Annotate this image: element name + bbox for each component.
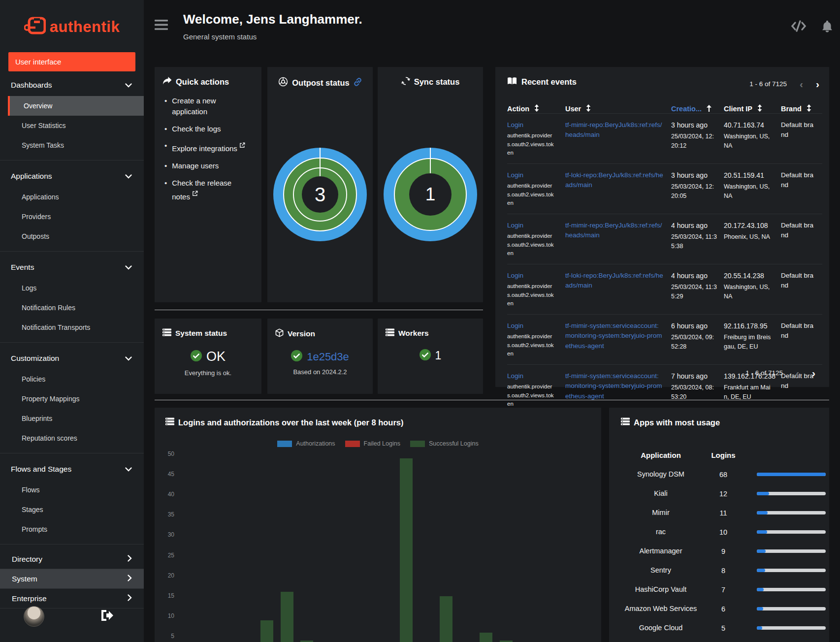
server-icon — [621, 417, 630, 427]
event-user-link[interactable]: tf-loki-repo:BeryJu/k8s:ref:refs/heads/m… — [565, 271, 664, 291]
event-time-ago: 3 hours ago — [671, 170, 717, 181]
event-user-link[interactable]: tf-mimir-repo:BeryJu/k8s:ref:refs/heads/… — [565, 221, 664, 241]
event-creation-cell: 6 hours ago25/03/2024, 09:52:28 — [671, 314, 724, 364]
sidebar-item-providers[interactable]: Providers — [0, 207, 144, 226]
column-header-creatio-[interactable]: Creatio... — [671, 104, 724, 113]
apps-usage-row: Alertmanager9 — [619, 542, 819, 561]
event-client-ip-cell: 40.71.163.74Washington, US, NA — [724, 113, 781, 163]
outpost-link-icon[interactable] — [354, 78, 362, 88]
sidebar-item-stages[interactable]: Stages — [0, 500, 144, 519]
page-prev-icon[interactable]: ‹ — [800, 79, 803, 89]
sidebar-item-prompts[interactable]: Prompts — [0, 519, 144, 539]
sidebar-item-system-tasks[interactable]: System Tasks — [0, 135, 144, 155]
nav-divider — [0, 342, 144, 343]
page-next-icon[interactable]: › — [812, 368, 815, 378]
pagination-bottom: 1 - 6 of 7125 ‹ › — [745, 368, 815, 378]
chart-title-row: Logins and authorizations over the last … — [155, 408, 601, 427]
sidebar-item-system[interactable]: System — [0, 569, 144, 589]
server-icon — [165, 417, 174, 427]
version-card: Version 1e25d3e Based on 2024.2.2 — [267, 319, 373, 394]
sidebar-item-property-mappings[interactable]: Property Mappings — [0, 389, 144, 409]
app-usage-bar-fill — [757, 569, 765, 572]
avatar[interactable] — [24, 606, 44, 627]
quick-action-explore-integrations[interactable]: Explore integrations — [164, 140, 257, 154]
workers-value: 1 — [435, 349, 442, 362]
column-header-user[interactable]: User — [565, 104, 671, 113]
event-action-link[interactable]: Login — [507, 120, 558, 130]
version-value[interactable]: 1e25d3e — [307, 351, 349, 363]
legend-item-successful-logins[interactable]: Successful Logins — [410, 440, 479, 447]
page-prev-icon[interactable]: ‹ — [796, 368, 799, 378]
chevron-down-icon — [125, 354, 132, 363]
sidebar-footer — [0, 598, 144, 642]
sort-icon[interactable] — [757, 104, 762, 113]
event-brand-cell: Default brand — [781, 264, 822, 314]
event-user-link[interactable]: tf-mimir-system:serviceaccount:monitorin… — [565, 371, 664, 401]
sort-arrow-up-icon[interactable] — [707, 105, 711, 113]
user-interface-button[interactable]: User interface — [8, 52, 135, 71]
y-tick-label: 10 — [158, 612, 174, 619]
sidebar-section-flows-and-stages[interactable]: Flows and Stages — [0, 458, 144, 480]
event-action-link[interactable]: Login — [507, 321, 558, 331]
event-action-link[interactable]: Login — [507, 371, 558, 381]
apps-usage-row: Synology DSM68 — [619, 465, 819, 484]
column-header-brand[interactable]: Brand — [781, 104, 822, 113]
legend-item-authorizations[interactable]: Authorizations — [277, 440, 335, 447]
event-location: Washington, US, NA — [724, 182, 774, 201]
chevron-down-icon — [125, 465, 132, 474]
sidebar-section-customization[interactable]: Customization — [0, 348, 144, 369]
event-action-link[interactable]: Login — [507, 221, 558, 230]
sidebar-item-user-statistics[interactable]: User Statistics — [0, 116, 144, 135]
quick-actions-title: Quick actions — [176, 77, 229, 87]
legend-item-failed-logins[interactable]: Failed Logins — [345, 440, 400, 447]
quick-action-manage-users[interactable]: Manage users — [164, 160, 257, 171]
sort-icon[interactable] — [586, 104, 591, 113]
sidebar-item-policies[interactable]: Policies — [0, 369, 144, 389]
event-context: authentik.providers.oauth2.views.token — [507, 332, 556, 358]
sidebar-section-dashboards[interactable]: Dashboards — [0, 74, 144, 96]
legend-label: Authorizations — [296, 440, 335, 447]
sort-icon[interactable] — [807, 104, 811, 113]
chart-bar — [480, 633, 492, 642]
sidebar-item-notification-rules[interactable]: Notification Rules — [0, 298, 144, 318]
event-user-link[interactable]: tf-mimir-repo:BeryJu/k8s:ref:refs/heads/… — [565, 120, 664, 140]
nav-divider — [0, 544, 144, 545]
sidebar-item-logs[interactable]: Logs — [0, 278, 144, 298]
notifications-bell-icon[interactable] — [821, 20, 833, 34]
sidebar-item-outposts[interactable]: Outposts — [0, 226, 144, 246]
sidebar-section-applications[interactable]: Applications — [0, 165, 144, 187]
sidebar-item-flows[interactable]: Flows — [0, 480, 144, 500]
sidebar-item-reputation-scores[interactable]: Reputation scores — [0, 428, 144, 448]
column-header-label: Brand — [781, 105, 802, 113]
api-code-icon[interactable] — [791, 20, 807, 34]
quick-action-check-the-release-notes[interactable]: Check the release notes — [164, 178, 257, 202]
workers-title: Workers — [398, 329, 429, 338]
sidebar-section-events[interactable]: Events — [0, 257, 144, 278]
sidebar-item-applications[interactable]: Applications — [0, 187, 144, 207]
event-user-cell: tf-mimir-system:serviceaccount:monitorin… — [565, 364, 671, 415]
event-action-link[interactable]: Login — [507, 170, 558, 180]
sidebar-item-blueprints[interactable]: Blueprints — [0, 409, 144, 428]
event-context: authentik.providers.oauth2.views.token — [507, 282, 556, 308]
sign-out-icon[interactable] — [100, 610, 113, 623]
quick-action-check-the-logs[interactable]: Check the logs — [164, 124, 257, 134]
menu-toggle-icon[interactable] — [155, 20, 168, 32]
page-title: Welcome, Jens Langhammer. — [183, 12, 362, 27]
sidebar-item-notification-transports[interactable]: Notification Transports — [0, 318, 144, 337]
event-brand: Default brand — [781, 221, 815, 241]
server-icon — [162, 328, 171, 338]
page-next-icon[interactable]: › — [816, 79, 819, 89]
workers-title-row: Workers — [378, 319, 483, 338]
column-header-client-ip[interactable]: Client IP — [724, 104, 781, 113]
quick-action-create-a-new-application[interactable]: Create a new application — [164, 96, 257, 117]
event-user-link[interactable]: tf-mimir-system:serviceaccount:monitorin… — [565, 321, 664, 351]
event-action-link[interactable]: Login — [507, 271, 558, 281]
sync-status-donut: 1 — [384, 148, 477, 241]
app-usage-bar — [757, 473, 826, 476]
event-user-link[interactable]: tf-loki-repo:BeryJu/k8s:ref:refs/heads/m… — [565, 170, 664, 191]
sidebar-item-overview[interactable]: Overview — [8, 96, 144, 116]
event-action-cell: Loginauthentik.providers.oauth2.views.to… — [507, 214, 565, 264]
sidebar-item-directory[interactable]: Directory — [0, 549, 144, 569]
column-header-action[interactable]: Action — [507, 104, 565, 113]
sort-icon[interactable] — [534, 104, 539, 113]
